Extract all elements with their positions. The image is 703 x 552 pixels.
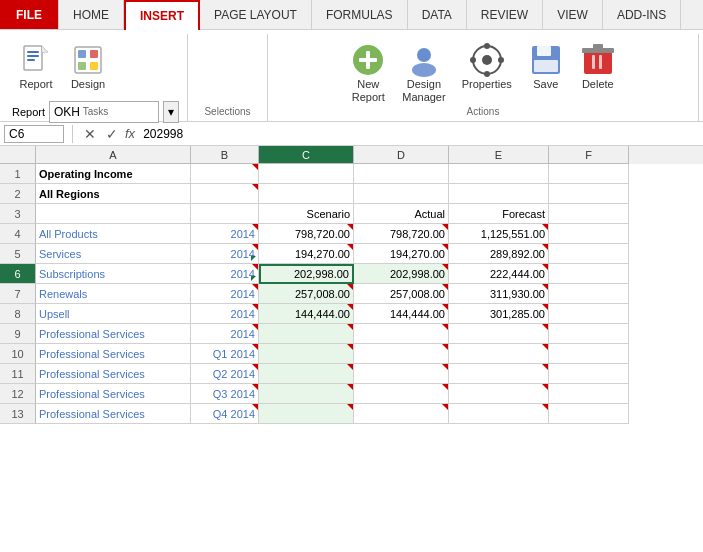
cell-E8[interactable]: 301,285.00 (449, 304, 549, 324)
cell-B12[interactable]: Q3 2014 (191, 384, 259, 404)
cell-D13[interactable] (354, 404, 449, 424)
cell-B4[interactable]: 2014 (191, 224, 259, 244)
cell-B9[interactable]: 2014 (191, 324, 259, 344)
cell-E5[interactable]: 289,892.00 (449, 244, 549, 264)
cell-D9[interactable] (354, 324, 449, 344)
cell-F6[interactable] (549, 264, 629, 284)
cell-C6[interactable]: 202,998.00 (259, 264, 354, 284)
cell-F5[interactable] (549, 244, 629, 264)
col-header-d[interactable]: D (354, 146, 449, 164)
cell-D2[interactable] (354, 184, 449, 204)
cell-A4[interactable]: All Products (36, 224, 191, 244)
cell-E13[interactable] (449, 404, 549, 424)
cell-E10[interactable] (449, 344, 549, 364)
cell-D1[interactable] (354, 164, 449, 184)
cell-reference[interactable]: C6 (4, 125, 64, 143)
cell-A6[interactable]: Subscriptions (36, 264, 191, 284)
cell-F4[interactable] (549, 224, 629, 244)
col-header-e[interactable]: E (449, 146, 549, 164)
cell-B2[interactable] (191, 184, 259, 204)
cell-E4[interactable]: 1,125,551.00 (449, 224, 549, 244)
cell-A3[interactable] (36, 204, 191, 224)
design-manager-button[interactable]: DesignManager (396, 38, 451, 108)
cell-E11[interactable] (449, 364, 549, 384)
cell-B1[interactable] (191, 164, 259, 184)
cell-C2[interactable] (259, 184, 354, 204)
cell-E9[interactable] (449, 324, 549, 344)
cell-C1[interactable] (259, 164, 354, 184)
cell-B6[interactable]: 2014 (191, 264, 259, 284)
cell-B5[interactable]: 2014 (191, 244, 259, 264)
cell-D10[interactable] (354, 344, 449, 364)
cell-C11[interactable] (259, 364, 354, 384)
cell-D6[interactable]: 202,998.00 (354, 264, 449, 284)
cell-F11[interactable] (549, 364, 629, 384)
cell-F7[interactable] (549, 284, 629, 304)
cell-F13[interactable] (549, 404, 629, 424)
cell-A1[interactable]: Operating Income (36, 164, 191, 184)
cell-C13[interactable] (259, 404, 354, 424)
cell-F1[interactable] (549, 164, 629, 184)
cell-F12[interactable] (549, 384, 629, 404)
cell-A11[interactable]: Professional Services (36, 364, 191, 384)
cell-B8[interactable]: 2014 (191, 304, 259, 324)
cell-C10[interactable] (259, 344, 354, 364)
cell-A8[interactable]: Upsell (36, 304, 191, 324)
design-button[interactable]: Design (64, 38, 112, 95)
cell-A13[interactable]: Professional Services (36, 404, 191, 424)
cell-D3[interactable]: Actual (354, 204, 449, 224)
cell-B3[interactable] (191, 204, 259, 224)
tab-view[interactable]: VIEW (543, 0, 603, 29)
cell-D8[interactable]: 144,444.00 (354, 304, 449, 324)
cell-A10[interactable]: Professional Services (36, 344, 191, 364)
tab-page-layout[interactable]: PAGE LAYOUT (200, 0, 312, 29)
cell-C8[interactable]: 144,444.00 (259, 304, 354, 324)
save-button[interactable]: Save (522, 38, 570, 95)
cell-D12[interactable] (354, 384, 449, 404)
cell-E6[interactable]: 222,444.00 (449, 264, 549, 284)
tab-data[interactable]: DATA (408, 0, 467, 29)
col-header-b[interactable]: B (191, 146, 259, 164)
cell-F8[interactable] (549, 304, 629, 324)
cell-E12[interactable] (449, 384, 549, 404)
formula-value[interactable]: 202998 (139, 127, 699, 141)
cell-E2[interactable] (449, 184, 549, 204)
tab-addins[interactable]: ADD-INS (603, 0, 681, 29)
cell-D7[interactable]: 257,008.00 (354, 284, 449, 304)
tab-file[interactable]: FILE (0, 0, 59, 29)
cell-C7[interactable]: 257,008.00 (259, 284, 354, 304)
cell-A12[interactable]: Professional Services (36, 384, 191, 404)
cell-A5[interactable]: Services (36, 244, 191, 264)
cell-D11[interactable] (354, 364, 449, 384)
cell-D5[interactable]: 194,270.00 (354, 244, 449, 264)
cell-B7[interactable]: 2014 (191, 284, 259, 304)
col-header-f[interactable]: F (549, 146, 629, 164)
cell-E7[interactable]: 311,930.00 (449, 284, 549, 304)
col-header-c[interactable]: C (259, 146, 354, 164)
tab-review[interactable]: REVIEW (467, 0, 543, 29)
properties-button[interactable]: Properties (456, 38, 518, 95)
cell-E3[interactable]: Forecast (449, 204, 549, 224)
cell-E1[interactable] (449, 164, 549, 184)
cell-C4[interactable]: 798,720.00 (259, 224, 354, 244)
report-button[interactable]: Report (12, 38, 60, 95)
cell-B11[interactable]: Q2 2014 (191, 364, 259, 384)
cell-C12[interactable] (259, 384, 354, 404)
tab-home[interactable]: HOME (59, 0, 124, 29)
delete-button[interactable]: Delete (574, 38, 622, 95)
col-header-a[interactable]: A (36, 146, 191, 164)
cell-A2[interactable]: All Regions (36, 184, 191, 204)
cancel-formula-button[interactable]: ✕ (81, 126, 99, 142)
new-report-button[interactable]: NewReport (344, 38, 392, 108)
cell-F9[interactable] (549, 324, 629, 344)
tab-formulas[interactable]: FORMULAS (312, 0, 408, 29)
cell-B13[interactable]: Q4 2014 (191, 404, 259, 424)
cell-B10[interactable]: Q1 2014 (191, 344, 259, 364)
cell-D4[interactable]: 798,720.00 (354, 224, 449, 244)
cell-C3[interactable]: Scenario (259, 204, 354, 224)
cell-A7[interactable]: Renewals (36, 284, 191, 304)
confirm-formula-button[interactable]: ✓ (103, 126, 121, 142)
cell-A9[interactable]: Professional Services (36, 324, 191, 344)
cell-F3[interactable] (549, 204, 629, 224)
cell-F2[interactable] (549, 184, 629, 204)
